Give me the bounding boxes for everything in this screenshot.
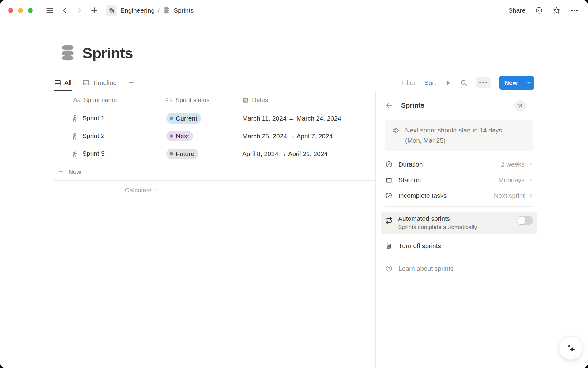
calendar-icon [385, 176, 393, 184]
text-property-icon: Aa [73, 97, 81, 104]
close-window-button[interactable] [8, 8, 13, 13]
runner-icon [71, 114, 78, 122]
status-dot [170, 134, 173, 138]
panel-divider [385, 206, 533, 207]
tab-all-label: All [64, 79, 71, 86]
notice-text: Next sprint should start in 14 days (Mon… [405, 125, 502, 145]
setting-incomplete-tasks[interactable]: Incomplete tasks Next sprint [385, 188, 533, 203]
add-view-button[interactable] [127, 75, 135, 91]
sprint-name-link[interactable]: Sprint 3 [82, 150, 104, 158]
plus-icon [58, 168, 64, 175]
runner-icon [71, 132, 78, 140]
automated-sprints-row[interactable]: Automated sprints Sprints complete autom… [381, 212, 537, 234]
repeat-icon [385, 217, 393, 231]
database-icon [163, 7, 170, 14]
nav-back-icon[interactable] [61, 7, 68, 14]
column-header-sprint-status[interactable]: Sprint status [161, 91, 238, 109]
plus-icon [128, 79, 134, 86]
new-button-dropdown[interactable] [523, 76, 534, 90]
zoom-window-button[interactable] [28, 8, 33, 13]
updates-clock-icon[interactable] [535, 6, 543, 14]
setting-value: Mondays [499, 176, 525, 184]
more-options-icon[interactable] [570, 6, 579, 15]
column-header-sprint-name[interactable]: Aa Sprint name [54, 91, 161, 109]
setting-duration[interactable]: Duration 2 weeks [385, 156, 533, 172]
sprint-settings-list: Duration 2 weeks Start on Mondays [385, 156, 533, 203]
tab-timeline-label: Timeline [92, 79, 117, 86]
breadcrumb-page[interactable]: Sprints [174, 7, 194, 14]
filter-button[interactable]: Filter [401, 79, 416, 86]
status-dot [170, 117, 173, 120]
table-row[interactable]: Sprint 2 Next March 25, 2024 → April 7, … [54, 127, 375, 145]
dates-cell[interactable]: March 25, 2024 → April 7, 2024 [238, 127, 375, 145]
sprint-settings-panel: Sprints Next sprint should start in 14 d… [375, 91, 588, 368]
timeline-view-icon [82, 79, 89, 86]
breadcrumb-separator: / [158, 7, 160, 14]
sprint-name-link[interactable]: Sprint 1 [82, 114, 104, 122]
turn-off-sprints-button[interactable]: Turn off sprints [385, 237, 533, 255]
app-window: Engineering / Sprints Share [0, 0, 588, 368]
tab-all[interactable]: All [54, 75, 72, 91]
share-button[interactable]: Share [508, 7, 526, 14]
automated-sprints-description: Sprints complete automatically [398, 224, 477, 231]
runner-icon [71, 150, 78, 158]
ai-assistant-button[interactable] [559, 336, 582, 360]
new-record-button[interactable]: New [499, 76, 534, 90]
status-pill[interactable]: Current [166, 113, 201, 124]
dates-cell[interactable]: April 8, 2024 → April 21, 2024 [238, 145, 375, 163]
sprints-table: Aa Sprint name Sprint status Dates [54, 91, 375, 199]
new-page-icon[interactable] [90, 6, 98, 14]
panel-divider [385, 258, 533, 258]
learn-about-sprints-link[interactable]: Learn about sprints [385, 260, 533, 277]
panel-title: Sprints [401, 102, 424, 109]
chevron-right-icon [528, 193, 533, 198]
chevron-right-icon [528, 177, 533, 182]
column-header-dates[interactable]: Dates [238, 91, 375, 109]
table-row[interactable]: Sprint 3 Future April 8, 2024 → April 21… [54, 145, 375, 163]
panel-header: Sprints [385, 99, 533, 112]
chevron-right-icon [528, 162, 533, 167]
status-pill[interactable]: Future [166, 149, 198, 159]
status-dot [170, 152, 173, 155]
back-arrow-icon[interactable] [385, 102, 393, 110]
clock-icon [385, 160, 393, 168]
table-row[interactable]: Sprint 1 Current March 11, 2024 → March … [54, 109, 375, 127]
search-icon[interactable] [460, 79, 467, 86]
chevron-down-icon [154, 188, 158, 192]
next-sprint-notice: Next sprint should start in 14 days (Mon… [385, 120, 533, 151]
calendar-icon [242, 97, 249, 104]
sidebar-menu-icon[interactable] [46, 6, 54, 14]
view-more-options-button[interactable] [476, 77, 491, 88]
dashed-checkbox-icon [385, 192, 393, 199]
automations-bolt-icon[interactable] [445, 79, 451, 86]
status-pill[interactable]: Next [166, 131, 193, 141]
setting-value: Next sprint [494, 192, 525, 199]
arrow-right-outline-icon [392, 126, 400, 145]
calculate-button[interactable]: Calculate [54, 181, 161, 199]
database-icon[interactable] [59, 44, 77, 63]
setting-start-on[interactable]: Start on Mondays [385, 172, 533, 188]
table-view-icon [54, 79, 61, 86]
help-circle-icon [385, 265, 393, 272]
workspace-teamspace-button[interactable] [106, 5, 117, 16]
automated-sprints-toggle[interactable] [517, 216, 533, 225]
page-title-row: Sprints [59, 43, 133, 63]
trash-icon [385, 242, 393, 250]
page-title[interactable]: Sprints [82, 44, 133, 62]
new-button-label[interactable]: New [499, 76, 523, 90]
setting-value: 2 weeks [501, 161, 525, 168]
breadcrumb-workspace[interactable]: Engineering [120, 7, 155, 14]
top-bar: Engineering / Sprints Share [0, 0, 588, 21]
favorite-star-icon[interactable] [552, 6, 561, 15]
nav-forward-icon[interactable] [76, 7, 83, 14]
building-icon [108, 7, 115, 14]
close-icon[interactable] [514, 100, 526, 111]
sparkles-icon [565, 343, 576, 354]
new-row-button[interactable]: New [54, 163, 375, 181]
tab-timeline[interactable]: Timeline [82, 75, 117, 91]
automated-sprints-label: Automated sprints [398, 215, 477, 222]
dates-cell[interactable]: March 11, 2024 → March 24, 2024 [238, 109, 375, 127]
sprint-name-link[interactable]: Sprint 2 [82, 132, 104, 140]
minimize-window-button[interactable] [18, 8, 23, 13]
sort-button[interactable]: Sort [424, 79, 436, 86]
